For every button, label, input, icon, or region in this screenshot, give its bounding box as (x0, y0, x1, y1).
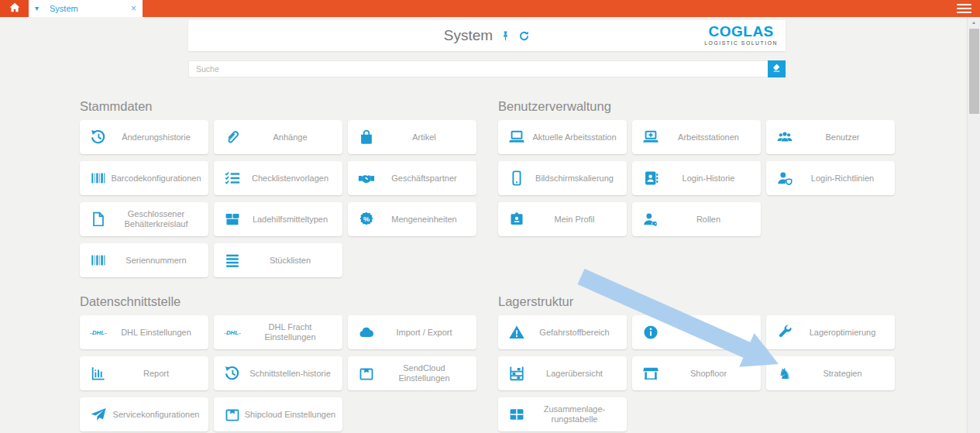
topbar: ▾ System × (0, 0, 980, 17)
tile-geschlossener-behälterkreislauf[interactable]: Geschlossener Behälterkreislauf (80, 202, 208, 236)
tile-label: Aktuelle Arbeitsstation (525, 132, 627, 143)
tile-sendcloud-einstellungen[interactable]: SendCloud Einstellungen (348, 356, 476, 390)
scroll-up-arrow[interactable]: ▲ (968, 17, 980, 28)
barcode-icon (90, 170, 107, 187)
tile-ladehilfsmitteltypen[interactable]: Ladehilfsmitteltypen (214, 202, 342, 236)
info-icon (642, 324, 659, 341)
tile-import-export[interactable]: Import / Export (348, 315, 476, 349)
tile-label: Mengeneinheiten (375, 215, 476, 225)
tile-anhänge[interactable]: Anhänge (214, 120, 342, 154)
tile-label: Rollen (659, 215, 761, 225)
scrollbar-thumb[interactable] (969, 29, 979, 114)
tile-label: Artikel (375, 132, 476, 143)
pin-icon[interactable] (500, 30, 511, 42)
tile-checklistenvorlagen[interactable]: Checklistenvorlagen (214, 161, 342, 195)
tile-label: Ladehilfsmitteltypen (241, 215, 342, 225)
tile-login-richtlinien[interactable]: Login-Richtlinien (766, 161, 895, 195)
tile-geschäftspartner[interactable]: Geschäftspartner (348, 161, 476, 195)
scrollbar[interactable]: ▲ (967, 17, 980, 433)
header-card: System COGLAS LOGISTIC SOLUTION (188, 20, 786, 51)
hamburger-icon (957, 4, 971, 6)
tile-label: Login-Richtlinien (793, 174, 895, 184)
tile-label: Schnittstellen-historie (241, 369, 342, 379)
tile-label: Arbeitsstationen (659, 132, 761, 143)
tile-benutzer[interactable]: Benutzer (766, 120, 895, 154)
tile-label: Bildschirmskalierung (525, 174, 627, 184)
home-button[interactable] (0, 0, 29, 17)
tile-label: Anhänge (241, 132, 342, 143)
tile-label: Import / Export (375, 328, 476, 338)
tile-label: Gefahrstoffbereich (525, 328, 627, 338)
refresh-icon[interactable] (518, 30, 530, 42)
tile-änderungshistorie[interactable]: Änderungshistorie (80, 120, 208, 154)
address-book-icon (642, 170, 659, 187)
tile-lagerübersicht[interactable]: Lagerübersicht (498, 356, 627, 390)
tile-label: DHL Fracht Einstellungen (241, 322, 342, 342)
tile-bildschirmskalierung[interactable]: Bildschirmskalierung (498, 161, 627, 195)
tab-label: System (43, 4, 126, 13)
package-icon (358, 365, 375, 382)
section-title: Lagerstruktur (498, 293, 895, 310)
chevron-down-icon[interactable]: ▾ (35, 5, 39, 12)
tile-unlabeled[interactable] (632, 315, 761, 349)
history-icon (224, 365, 241, 382)
barcode-icon (90, 252, 107, 269)
section-title: Benutzerverwaltung (498, 98, 895, 115)
user-shield-icon (776, 170, 793, 187)
tile-label: SendCloud Einstellungen (375, 363, 476, 383)
tile-login-historie[interactable]: Login-Historie (632, 161, 761, 195)
id-badge-icon (508, 211, 525, 228)
logo-tagline: LOGISTIC SOLUTION (704, 40, 778, 46)
tile-aktuelle-arbeitsstation[interactable]: Aktuelle Arbeitsstation (498, 120, 627, 154)
tile-label: Barcodekonfigurationen (107, 174, 208, 184)
tile-report[interactable]: Report (80, 356, 208, 390)
tile-label: Shopfloor (659, 369, 761, 379)
tab-system[interactable]: ▾ System × (29, 0, 143, 17)
tile-label: DHL Einstellungen (107, 328, 208, 338)
tile-label: Geschlossener Behälterkreislauf (107, 209, 208, 229)
tile-servicekonfigurationen[interactable]: Servicekonfigurationen (80, 397, 208, 431)
tile-dhl-einstellungen[interactable]: –DHL–DHL Einstellungen (80, 315, 208, 349)
tile-lageroptimierung[interactable]: Lageroptimierung (766, 315, 895, 349)
checklist-icon (224, 170, 241, 187)
tile-stücklisten[interactable]: Stücklisten (214, 243, 342, 277)
section-title: Stammdaten (80, 98, 476, 115)
tile-gefahrstoffbereich[interactable]: Gefahrstoffbereich (498, 315, 627, 349)
paper-plane-icon (90, 406, 107, 423)
tile-zusammenlage-rungstabelle[interactable]: Zusammenlage- rungstabelle (498, 397, 627, 431)
tile-dhl-fracht-einstellungen[interactable]: –DHL–DHL Fracht Einstellungen (214, 315, 342, 349)
tile-label: Strategien (793, 369, 895, 379)
tile-mein-profil[interactable]: Mein Profil (498, 202, 627, 236)
tile-label: Mein Profil (525, 215, 627, 225)
dhl-icon: –DHL– (90, 324, 107, 341)
search-input[interactable] (188, 60, 768, 77)
tile-artikel[interactable]: Artikel (348, 120, 476, 154)
tile-shipcloud-einstellungen[interactable]: Shipcloud Einstellungen (214, 397, 342, 431)
coglas-logo: COGLAS LOGISTIC SOLUTION (704, 24, 778, 46)
tab-close-icon[interactable]: × (131, 4, 136, 13)
paperclip-icon (224, 129, 241, 146)
tile-strategien[interactable]: ♞Strategien (766, 356, 895, 390)
tile-mengeneinheiten[interactable]: %Mengeneinheiten (348, 202, 476, 236)
search-bar (188, 60, 786, 77)
tile-shopfloor[interactable]: Shopfloor (632, 356, 761, 390)
tile-schnittstellen-historie[interactable]: Schnittstellen-historie (214, 356, 342, 390)
tile-label: Login-Historie (659, 174, 761, 184)
menu-button[interactable] (952, 0, 975, 17)
box-icon (224, 211, 241, 228)
package-icon (224, 406, 241, 423)
page-title: System (444, 27, 493, 44)
tile-label: Lagerübersicht (525, 369, 627, 379)
tile-label: Shipcloud Einstellungen (241, 410, 342, 420)
section-lagerstruktur: LagerstrukturGefahrstoffbereichLageropti… (498, 293, 895, 431)
tile-rollen[interactable]: Rollen (632, 202, 761, 236)
tile-arbeitsstationen[interactable]: Arbeitsstationen (632, 120, 761, 154)
tile-barcodekonfigurationen[interactable]: Barcodekonfigurationen (80, 161, 208, 195)
file-icon (90, 211, 107, 228)
section-stammdaten: StammdatenÄnderungshistorieAnhängeArtike… (80, 98, 476, 277)
tile-seriennummern[interactable]: Seriennummern (80, 243, 208, 277)
list-icon (224, 252, 241, 269)
chart-icon (90, 365, 107, 382)
tile-label: Stücklisten (241, 256, 342, 266)
search-clear-button[interactable] (768, 60, 786, 77)
